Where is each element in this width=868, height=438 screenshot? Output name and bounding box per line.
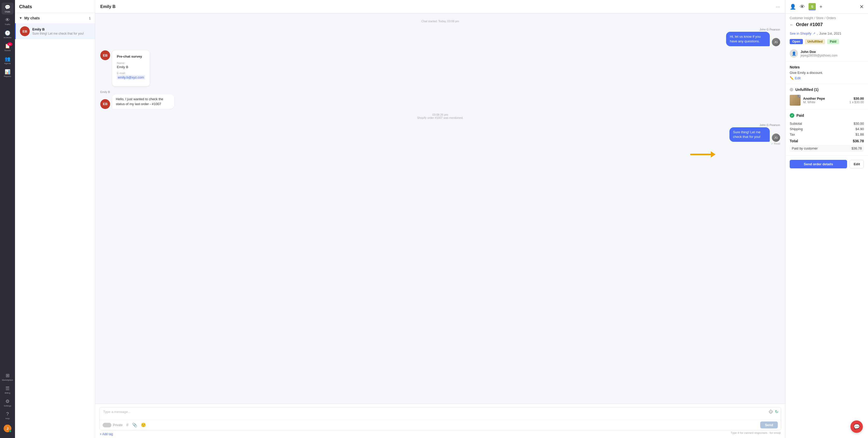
- my-chats-section: ▼ My chats 1 EB Emily B Sure thing! Let …: [15, 13, 95, 438]
- chat-contact-name: Emily B: [100, 4, 116, 9]
- chat-item-preview: Sure thing! Let me check that for you!: [32, 32, 91, 35]
- breadcrumb-store[interactable]: Store: [816, 16, 824, 20]
- totals-tax: Tax $1.88: [790, 132, 864, 137]
- totals-subtotal: Subtotal $30.00: [790, 121, 864, 126]
- nav-reports[interactable]: 📊 Reports: [2, 67, 13, 79]
- customer-avatar: 👤: [790, 49, 798, 58]
- avatar: EB: [20, 26, 30, 36]
- pre-chat-card: Pre-chat survey Name: Emily B E-mail: em…: [112, 50, 150, 86]
- chat-item-info: Emily B Sure thing! Let me check that fo…: [32, 27, 91, 35]
- read-receipt: ✓ Read: [771, 142, 780, 145]
- nav-settings[interactable]: ⚙ Settings: [2, 397, 13, 409]
- edit-notes-button[interactable]: ✏️ Edit: [790, 76, 864, 80]
- tickets-badge: 4: [7, 42, 12, 46]
- nav-traffic[interactable]: 👁 Traffic: [2, 15, 13, 27]
- shopify-icon[interactable]: S: [809, 3, 816, 10]
- private-label: Private: [113, 423, 123, 427]
- order-item-details: Another Pepe M, White: [803, 97, 847, 104]
- close-button[interactable]: ✕: [860, 4, 864, 10]
- billing-icon: ☰: [5, 385, 9, 391]
- emoji-icon[interactable]: 🙂: [141, 423, 146, 428]
- private-toggle[interactable]: [103, 423, 112, 428]
- add-tag-button[interactable]: + Add tag: [100, 432, 113, 436]
- order-item-image: 1: [790, 95, 801, 106]
- nav-marketplace[interactable]: ⊞ Marketplace: [2, 371, 13, 383]
- system-time: 03:08:26 pm: [100, 113, 780, 116]
- shopify-link[interactable]: See in Shopify: [790, 32, 811, 35]
- nav-billing[interactable]: ☰ Billing: [2, 384, 13, 396]
- chat-messages: Chat started: Today, 03:08 pm John G Pea…: [95, 13, 785, 404]
- arrow-indicator: [100, 149, 780, 160]
- chat-list-panel: Chats ▼ My chats 1 EB Emily B Sure thing…: [15, 0, 95, 438]
- more-options-button[interactable]: ···: [776, 4, 780, 9]
- attachment-icon[interactable]: 📎: [132, 423, 137, 428]
- system-time-ref: 03:08:26 pm Shopify order #1007 was ment…: [100, 113, 780, 119]
- eye-icon[interactable]: 👁: [800, 4, 805, 10]
- pencil-icon: ✏️: [790, 76, 794, 80]
- send-order-button[interactable]: Send order details: [790, 160, 847, 168]
- chat-item-name: Emily B: [32, 27, 91, 31]
- right-panel: 👤 👁 S + ✕ Customer Insight / Store / Ord…: [785, 0, 868, 438]
- breadcrumb-orders[interactable]: Orders: [826, 16, 836, 20]
- chat-main: Emily B ··· Chat started: Today, 03:08 p…: [95, 0, 785, 438]
- message-input-placeholder: Type a message...: [103, 410, 130, 414]
- nav-agents[interactable]: 👥 Agents: [2, 54, 13, 66]
- totals-paid-by: Paid by customer $36.78: [790, 145, 864, 152]
- nav-user-status[interactable]: J: [2, 423, 13, 434]
- order-item-variant: M, White: [803, 100, 847, 104]
- order-item-price-value: $30.00: [849, 97, 864, 100]
- chat-item[interactable]: EB Emily B Sure thing! Let me check that…: [15, 23, 95, 39]
- customer-row: 👤 John Doe jepeg28039@pidhoes.com: [785, 47, 868, 62]
- nav-help[interactable]: ? Help: [2, 410, 13, 422]
- message-row-agent-2: John G Pearson JG Sure thing! Let me che…: [100, 124, 780, 145]
- order-date-value: June 1st, 2021: [819, 32, 841, 35]
- nav-chats[interactable]: 💬 Chats: [2, 3, 13, 14]
- unfulfilled-dot: [790, 88, 793, 92]
- order-item: 1 Another Pepe M, White $30.00 1 x $30.0…: [790, 95, 864, 106]
- notes-text: Give Emily a discount.: [790, 71, 864, 75]
- chat-list-header: Chats: [15, 0, 95, 13]
- right-panel-header: 👤 👁 S + ✕: [785, 0, 868, 14]
- message-row-customer: Emily B EB Hello, I just wanted to check…: [100, 90, 780, 109]
- send-button[interactable]: Send: [760, 422, 778, 429]
- customer-sender: Emily B: [100, 90, 110, 94]
- edit-order-button[interactable]: Edit: [850, 160, 864, 168]
- system-mention: Shopify order #1007 was mentioned.: [100, 116, 780, 119]
- customer-avatar-pre: EB: [100, 50, 110, 60]
- chat-widget-icon: 💬: [854, 424, 860, 430]
- unfulfilled-label: Unfulfilled (1): [795, 88, 818, 92]
- power-icon[interactable]: ⏻: [769, 409, 773, 414]
- badge-unfulfilled: Unfulfilled: [805, 39, 825, 44]
- external-link-icon: ↗: [813, 32, 815, 35]
- order-title: Order #1007: [796, 22, 823, 27]
- hashtag-icon[interactable]: #: [126, 423, 128, 428]
- add-icon[interactable]: +: [819, 4, 823, 10]
- main-nav: 💬 Chats 👁 Traffic 🕐 Archives 4 📋 Tickets…: [0, 0, 15, 438]
- badge-open: Open: [790, 39, 803, 44]
- pre-chat-email-value: emily.b@xyz.com: [117, 75, 145, 79]
- paid-label: Paid: [797, 113, 804, 117]
- agent-sender-2: John G Pearson: [760, 124, 780, 127]
- nav-tickets[interactable]: 4 📋 Tickets: [2, 41, 13, 53]
- order-link-row: See in Shopify ↗ , June 1st, 2021: [785, 31, 868, 38]
- customer-email: jepeg28039@pidhoes.com: [801, 54, 837, 57]
- live-chat-widget[interactable]: 💬: [850, 420, 863, 433]
- nav-archives[interactable]: 🕐 Archives: [2, 28, 13, 40]
- system-message-start: Chat started: Today, 03:08 pm: [100, 20, 780, 23]
- order-date: ,: [817, 32, 818, 35]
- pre-chat-name-value: Emily B: [117, 65, 145, 69]
- badge-paid: Paid: [827, 39, 839, 44]
- order-item-price: $30.00 1 x $30.00: [849, 97, 864, 104]
- person-icon[interactable]: 👤: [790, 4, 796, 10]
- back-button[interactable]: ←: [790, 23, 794, 27]
- pre-chat-row: EB Pre-chat survey Name: Emily B E-mail:…: [100, 50, 780, 86]
- chat-list-title: Chats: [19, 4, 91, 9]
- chevron-down-icon: ▼: [19, 16, 22, 20]
- my-chats-header[interactable]: ▼ My chats 1: [15, 13, 95, 23]
- refresh-icon[interactable]: ↻: [775, 409, 778, 414]
- settings-icon: ⚙: [5, 399, 9, 404]
- customer-info: John Doe jepeg28039@pidhoes.com: [801, 50, 837, 57]
- message-row-agent: John G Pearson JG Hi, let us know if you…: [100, 28, 780, 46]
- unfulfilled-header: Unfulfilled (1): [790, 88, 864, 92]
- breadcrumb-customer[interactable]: Customer Insight: [790, 16, 813, 20]
